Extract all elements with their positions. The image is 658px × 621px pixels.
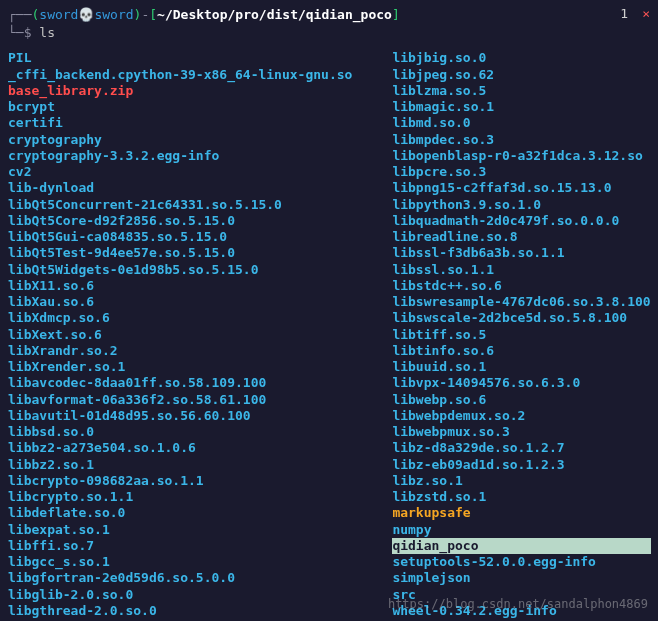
ls-entry: libbz2-a273e504.so.1.0.6	[8, 440, 352, 456]
ls-entry: libtiff.so.5	[392, 327, 650, 343]
ls-entry: libwebp.so.6	[392, 392, 650, 408]
ls-entry: libXrandr.so.2	[8, 343, 352, 359]
prompt-cwd: ~/Desktop/pro/dist/qidian_poco	[157, 7, 392, 22]
ls-entry: libuuid.so.1	[392, 359, 650, 375]
ls-entry: libreadline.so.8	[392, 229, 650, 245]
command-line[interactable]: └─$ ls	[8, 24, 650, 42]
ls-entry: libXext.so.6	[8, 327, 352, 343]
ls-entry: wheel-0.34.2.egg-info	[392, 603, 650, 619]
ls-entry: simplejson	[392, 570, 650, 586]
ls-entry: libglib-2.0.so.0	[8, 587, 352, 603]
ls-entry: libopenblasp-r0-a32f1dca.3.12.so	[392, 148, 650, 164]
ls-entry: src	[392, 587, 650, 603]
ls-entry: libexpat.so.1	[8, 522, 352, 538]
ls-entry: libstdc++.so.6	[392, 278, 650, 294]
ls-entry: libssl-f3db6a3b.so.1.1	[392, 245, 650, 261]
ls-entry: libgthread-2.0.so.0	[8, 603, 352, 619]
ls-entry: libQt5Test-9d4ee57e.so.5.15.0	[8, 245, 352, 261]
ls-entry: libz-d8a329de.so.1.2.7	[392, 440, 650, 456]
ls-entry: base_library.zip	[8, 83, 352, 99]
ls-entry: libbz2.so.1	[8, 457, 352, 473]
ls-entry: libjpeg.so.62	[392, 67, 650, 83]
shell-prompt: ┌──(sword💀sword)-[~/Desktop/pro/dist/qid…	[8, 6, 650, 24]
ls-entry: lib-dynload	[8, 180, 352, 196]
pane-number: 1	[616, 6, 632, 21]
prompt-host: sword	[94, 7, 133, 22]
ls-entry: markupsafe	[392, 505, 650, 521]
terminal-window: 1 × ┌──(sword💀sword)-[~/Desktop/pro/dist…	[0, 0, 658, 621]
ls-entry: cv2	[8, 164, 352, 180]
ls-entry: libswresample-4767dc06.so.3.8.100	[392, 294, 650, 310]
ls-entry: libavformat-06a336f2.so.58.61.100	[8, 392, 352, 408]
ls-entry: libdeflate.so.0	[8, 505, 352, 521]
ls-entry: libssl.so.1.1	[392, 262, 650, 278]
ls-entry: libpython3.9.so.1.0	[392, 197, 650, 213]
ls-entry: libXrender.so.1	[8, 359, 352, 375]
ls-entry: liblzma.so.5	[392, 83, 650, 99]
ls-entry: libgfortran-2e0d59d6.so.5.0.0	[8, 570, 352, 586]
ls-entry: cryptography	[8, 132, 352, 148]
ls-entry: certifi	[8, 115, 352, 131]
ls-entry: libavutil-01d48d95.so.56.60.100	[8, 408, 352, 424]
ls-entry: numpy	[392, 522, 650, 538]
ls-entry: libcrypto.so.1.1	[8, 489, 352, 505]
ls-entry: libjbig.so.0	[392, 50, 650, 66]
ls-entry: libz-eb09ad1d.so.1.2.3	[392, 457, 650, 473]
ls-output: PIL_cffi_backend.cpython-39-x86_64-linux…	[8, 50, 650, 621]
ls-entry: libzstd.so.1	[392, 489, 650, 505]
ls-entry: libXdmcp.so.6	[8, 310, 352, 326]
ls-entry: libpcre.so.3	[392, 164, 650, 180]
ls-column-left: PIL_cffi_backend.cpython-39-x86_64-linux…	[8, 50, 352, 621]
ls-entry: libpng15-c2ffaf3d.so.15.13.0	[392, 180, 650, 196]
ls-entry: cryptography-3.3.2.egg-info	[8, 148, 352, 164]
prompt-user: sword	[39, 7, 78, 22]
ls-entry: bcrypt	[8, 99, 352, 115]
close-icon[interactable]: ×	[642, 6, 650, 21]
ls-entry: libquadmath-2d0c479f.so.0.0.0	[392, 213, 650, 229]
ls-entry: libbsd.so.0	[8, 424, 352, 440]
ls-entry: libQt5Core-d92f2856.so.5.15.0	[8, 213, 352, 229]
ls-entry: setuptools-52.0.0.egg-info	[392, 554, 650, 570]
ls-entry: libmd.so.0	[392, 115, 650, 131]
ls-entry: libz.so.1	[392, 473, 650, 489]
ls-entry: libwebpmux.so.3	[392, 424, 650, 440]
command-text: ls	[39, 25, 55, 40]
ls-entry: libcrypto-098682aa.so.1.1	[8, 473, 352, 489]
ls-entry: libQt5Widgets-0e1d98b5.so.5.15.0	[8, 262, 352, 278]
ls-entry: libmagic.so.1	[392, 99, 650, 115]
ls-entry: libQt5Concurrent-21c64331.so.5.15.0	[8, 197, 352, 213]
tmux-status: 1 ×	[616, 6, 650, 21]
ls-entry: libtinfo.so.6	[392, 343, 650, 359]
ls-entry: libffi.so.7	[8, 538, 352, 554]
ls-entry: libwebpdemux.so.2	[392, 408, 650, 424]
ls-entry: _cffi_backend.cpython-39-x86_64-linux-gn…	[8, 67, 352, 83]
ls-entry: libswscale-2d2bce5d.so.5.8.100	[392, 310, 650, 326]
ls-entry: libmpdec.so.3	[392, 132, 650, 148]
ls-entry: libvpx-14094576.so.6.3.0	[392, 375, 650, 391]
ls-entry: libgcc_s.so.1	[8, 554, 352, 570]
ls-entry: libQt5Gui-ca084835.so.5.15.0	[8, 229, 352, 245]
ls-entry: libavcodec-8daa01ff.so.58.109.100	[8, 375, 352, 391]
ls-column-right: libjbig.so.0libjpeg.so.62liblzma.so.5lib…	[392, 50, 650, 621]
skull-icon: 💀	[78, 7, 94, 22]
ls-entry: libX11.so.6	[8, 278, 352, 294]
ls-entry: qidian_poco	[392, 538, 650, 554]
ls-entry: libXau.so.6	[8, 294, 352, 310]
ls-entry: PIL	[8, 50, 352, 66]
